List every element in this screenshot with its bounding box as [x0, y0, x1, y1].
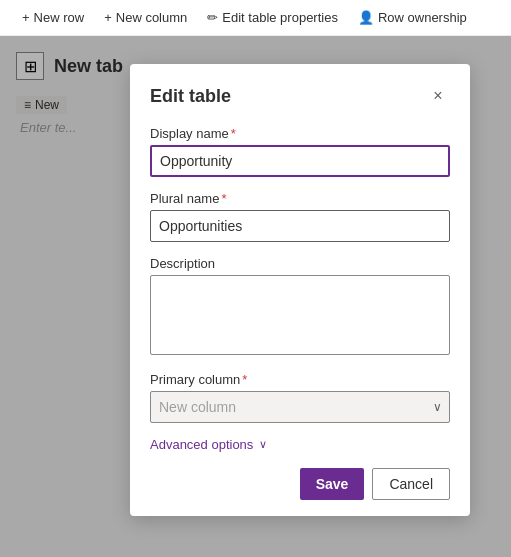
save-button[interactable]: Save [300, 468, 365, 500]
row-ownership-label: Row ownership [378, 10, 467, 25]
modal-header: Edit table × [150, 84, 450, 108]
new-column-button[interactable]: + New column [94, 6, 197, 29]
display-name-required: * [231, 126, 236, 141]
plural-name-input[interactable] [150, 210, 450, 242]
edit-table-label: Edit table properties [222, 10, 338, 25]
modal-title: Edit table [150, 86, 231, 107]
primary-column-select[interactable]: New column [150, 391, 450, 423]
display-name-label: Display name * [150, 126, 450, 141]
new-column-label: New column [116, 10, 188, 25]
plural-name-label: Plural name * [150, 191, 450, 206]
display-name-group: Display name * [150, 126, 450, 177]
main-area: ⊞ New tab ≡ New Enter te... Edit table ×… [0, 36, 511, 557]
edit-table-modal: Edit table × Display name * Plural name … [130, 64, 470, 516]
primary-column-required: * [242, 372, 247, 387]
plural-name-required: * [221, 191, 226, 206]
description-group: Description [150, 256, 450, 358]
row-ownership-button[interactable]: 👤 Row ownership [348, 6, 477, 29]
people-icon: 👤 [358, 10, 374, 25]
cancel-button[interactable]: Cancel [372, 468, 450, 500]
primary-column-label: Primary column * [150, 372, 450, 387]
toolbar: + New row + New column ✏ Edit table prop… [0, 0, 511, 36]
pencil-icon: ✏ [207, 10, 218, 25]
advanced-options-chevron-icon: ∨ [259, 438, 267, 451]
primary-column-group: Primary column * New column ∨ [150, 372, 450, 423]
plus-icon: + [22, 10, 30, 25]
modal-close-button[interactable]: × [426, 84, 450, 108]
edit-table-button[interactable]: ✏ Edit table properties [197, 6, 348, 29]
primary-column-select-wrapper: New column ∨ [150, 391, 450, 423]
new-row-label: New row [34, 10, 85, 25]
advanced-options-toggle[interactable]: Advanced options ∨ [150, 437, 450, 452]
advanced-options-label: Advanced options [150, 437, 253, 452]
new-row-button[interactable]: + New row [12, 6, 94, 29]
display-name-input[interactable] [150, 145, 450, 177]
description-textarea[interactable] [150, 275, 450, 355]
close-icon: × [433, 87, 442, 105]
description-label: Description [150, 256, 450, 271]
plural-name-group: Plural name * [150, 191, 450, 242]
modal-footer: Save Cancel [150, 468, 450, 500]
plus-icon-2: + [104, 10, 112, 25]
